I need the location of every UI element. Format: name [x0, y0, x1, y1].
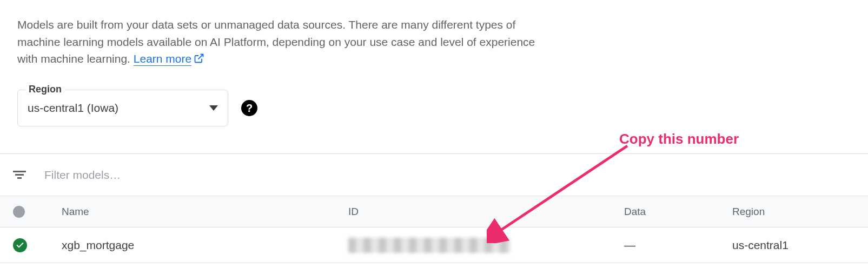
table-header: Name ID Data Region [0, 196, 868, 227]
filter-icon[interactable] [13, 171, 26, 179]
column-header-region[interactable]: Region [732, 206, 855, 218]
column-header-name[interactable]: Name [62, 206, 348, 218]
region-select-label: Region [25, 84, 65, 95]
model-name[interactable]: xgb_mortgage [62, 239, 348, 252]
column-header-id[interactable]: ID [348, 206, 624, 218]
external-link-icon [194, 53, 204, 66]
learn-more-link[interactable]: Learn more [134, 52, 191, 66]
help-icon[interactable]: ? [241, 100, 257, 116]
redacted-id [348, 238, 511, 253]
model-region: us-central1 [732, 239, 855, 252]
column-header-data[interactable]: Data [624, 206, 732, 218]
region-select-value: us-central1 (Iowa) [28, 102, 209, 115]
intro-text: Models are built from your data sets or … [17, 16, 536, 68]
region-select[interactable]: Region us-central1 (Iowa) [17, 90, 228, 126]
filter-input[interactable] [43, 168, 260, 182]
svg-line-0 [198, 54, 203, 59]
table-row[interactable]: xgb_mortgage — us-central1 [0, 227, 868, 263]
chevron-down-icon [209, 105, 218, 111]
description-text: Models are built from your data sets or … [17, 18, 535, 65]
filter-bar [0, 154, 868, 196]
model-id [348, 238, 624, 253]
status-ready-icon [13, 238, 27, 252]
select-all-radio[interactable] [13, 206, 25, 218]
model-data: — [624, 239, 732, 252]
